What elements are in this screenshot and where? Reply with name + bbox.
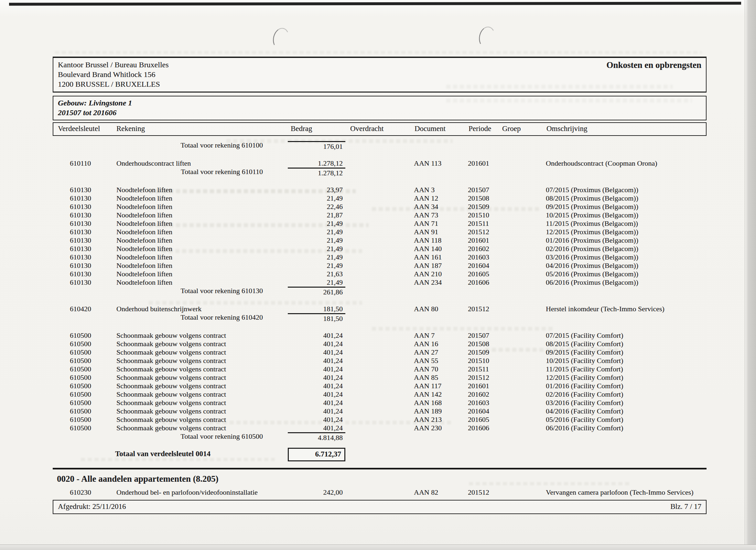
cell-periode: 201606 bbox=[468, 424, 502, 432]
cell-verdeelsleutel: 610130 bbox=[53, 278, 100, 287]
cell-periode: 201512 bbox=[468, 228, 502, 236]
cell-document: AAN 213 bbox=[414, 415, 468, 424]
cell-groep bbox=[502, 399, 546, 407]
cell-rekening: Schoonmaak gebouw volgens contract bbox=[100, 373, 288, 382]
cell-document: AAN 187 bbox=[414, 261, 468, 270]
cell-omschrijving: 04/2016 (Proximus (Belgacom)) bbox=[546, 261, 707, 270]
table-row: 610500Schoonmaak gebouw volgens contract… bbox=[53, 424, 707, 432]
cell-omschrijving: 09/2015 (Proximus (Belgacom)) bbox=[546, 202, 707, 211]
cell-groep bbox=[502, 415, 546, 424]
cell-document: AAN 161 bbox=[414, 253, 468, 261]
cell-verdeelsleutel: 610500 bbox=[53, 382, 100, 390]
cell-groep bbox=[502, 270, 546, 278]
cell-periode: 201508 bbox=[468, 340, 502, 348]
cell-bedrag: 401,24 bbox=[288, 340, 345, 348]
cell-bedrag: 401,24 bbox=[288, 331, 345, 340]
cell-groep bbox=[502, 202, 546, 211]
cell-rekening: Noodtelefoon liften bbox=[100, 244, 288, 253]
cell-document: AAN 168 bbox=[414, 399, 468, 407]
cell-verdeelsleutel: 610130 bbox=[53, 270, 100, 278]
cell-bedrag: 242,00 bbox=[288, 488, 345, 497]
cell-periode: 201512 bbox=[468, 488, 502, 497]
cell-groep bbox=[502, 390, 546, 399]
cell-overdracht bbox=[345, 399, 414, 407]
cell-bedrag: 21,49 bbox=[288, 261, 345, 270]
total-amount: 261,86 bbox=[288, 287, 345, 297]
cell-verdeelsleutel: 610500 bbox=[53, 390, 100, 399]
building-period: 201507 tot 201606 bbox=[58, 108, 701, 117]
total-label: Totaal voor rekening 610500 bbox=[53, 432, 288, 442]
footer: Afgedrukt: 25/11/2016 Blz. 7 / 17 bbox=[53, 500, 707, 514]
table-row: 610500Schoonmaak gebouw volgens contract… bbox=[53, 365, 707, 373]
building-box: Gebouw: Livingstone 1 201507 tot 201606 bbox=[53, 96, 707, 120]
total-row: Totaal voor rekening 6105004.814,88 bbox=[53, 432, 707, 442]
spacer-row bbox=[53, 151, 707, 159]
cell-groep bbox=[502, 407, 546, 415]
table-row: 610500Schoonmaak gebouw volgens contract… bbox=[53, 357, 707, 365]
cell-document: AAN 70 bbox=[414, 365, 468, 373]
cell-document: AAN 142 bbox=[414, 390, 468, 399]
cell-omschrijving: 04/2016 (Facility Comfort) bbox=[546, 407, 707, 415]
cell-groep bbox=[502, 373, 546, 382]
cell-groep bbox=[502, 253, 546, 261]
total-label: Totaal voor rekening 610110 bbox=[53, 167, 288, 177]
total-amount: 176,01 bbox=[288, 141, 345, 151]
cell-rekening: Onderhoudscontract liften bbox=[100, 159, 288, 167]
cell-omschrijving: 10/2015 (Proximus (Belgacom)) bbox=[546, 211, 707, 219]
table-row: 610130Noodtelefoon liften21,87AAN 732015… bbox=[53, 211, 707, 219]
cell-overdracht bbox=[345, 261, 414, 270]
cell-groep bbox=[502, 331, 546, 340]
cell-rekening: Schoonmaak gebouw volgens contract bbox=[100, 340, 288, 348]
cell-overdracht bbox=[345, 373, 414, 382]
cell-verdeelsleutel: 610130 bbox=[53, 261, 100, 270]
cell-omschrijving: 06/2016 (Facility Comfort) bbox=[546, 424, 707, 432]
office-line: Boulevard Brand Whitlock 156 bbox=[58, 70, 169, 79]
cell-overdracht bbox=[345, 278, 414, 287]
cell-verdeelsleutel: 610500 bbox=[53, 348, 100, 357]
table-row: 610130Noodtelefoon liften21,63AAN 210201… bbox=[53, 270, 707, 278]
cell-overdracht bbox=[345, 331, 414, 340]
cell-periode: 201605 bbox=[468, 270, 502, 278]
cell-rekening: Schoonmaak gebouw volgens contract bbox=[100, 415, 288, 424]
section-divider bbox=[53, 468, 707, 469]
table-row: 610500Schoonmaak gebouw volgens contract… bbox=[53, 331, 707, 340]
table-row: 610500Schoonmaak gebouw volgens contract… bbox=[53, 390, 707, 399]
cell-overdracht bbox=[345, 407, 414, 415]
cell-verdeelsleutel: 610500 bbox=[53, 357, 100, 365]
grand-total-row: Totaal van verdeelsleutel 00146.712,37 bbox=[53, 448, 707, 461]
cell-groep bbox=[502, 305, 546, 313]
cell-bedrag: 21,87 bbox=[288, 211, 345, 219]
cell-overdracht bbox=[345, 357, 414, 365]
cell-verdeelsleutel: 610500 bbox=[53, 399, 100, 407]
cell-omschrijving: 02/2016 (Proximus (Belgacom)) bbox=[546, 244, 707, 253]
section2-table-body: 610230Onderhoud bel- en parlofoon/videof… bbox=[53, 488, 707, 497]
cell-periode: 201507 bbox=[468, 331, 502, 340]
cell-periode: 201603 bbox=[468, 399, 502, 407]
scanner-edge-strip bbox=[9, 2, 741, 5]
cell-periode: 201604 bbox=[468, 407, 502, 415]
cell-verdeelsleutel: 610130 bbox=[53, 219, 100, 228]
cell-omschrijving: 02/2016 (Facility Comfort) bbox=[546, 390, 707, 399]
cell-document: AAN 12 bbox=[414, 194, 468, 202]
cell-bedrag: 401,24 bbox=[288, 390, 345, 399]
cell-verdeelsleutel: 610500 bbox=[53, 424, 100, 432]
table-row: 610500Schoonmaak gebouw volgens contract… bbox=[53, 348, 707, 357]
cell-overdracht bbox=[345, 253, 414, 261]
cell-omschrijving: 08/2015 (Proximus (Belgacom)) bbox=[546, 194, 707, 202]
office-line: 1200 BRUSSEL / BRUXELLES bbox=[58, 79, 169, 89]
table-row: 610230Onderhoud bel- en parlofoon/videof… bbox=[53, 488, 707, 497]
cell-periode: 201602 bbox=[468, 244, 502, 253]
table-row: 610130Noodtelefoon liften21,49AAN 140201… bbox=[53, 244, 707, 253]
cell-groep bbox=[502, 236, 546, 244]
cell-document: AAN 27 bbox=[414, 348, 468, 357]
cell-groep bbox=[502, 424, 546, 432]
column-header-groep: Groep bbox=[502, 124, 546, 133]
cell-periode: 201509 bbox=[468, 348, 502, 357]
section-heading: 0020 - Alle aandelen appartementen (8.20… bbox=[53, 473, 707, 484]
cell-groep bbox=[502, 365, 546, 373]
table-row: 610130Noodtelefoon liften21,49AAN 161201… bbox=[53, 253, 707, 261]
punch-hole-mark bbox=[477, 25, 497, 49]
cell-document: AAN 34 bbox=[414, 202, 468, 211]
column-header-periode: Periode bbox=[469, 124, 502, 133]
cell-rekening: Schoonmaak gebouw volgens contract bbox=[100, 390, 288, 399]
